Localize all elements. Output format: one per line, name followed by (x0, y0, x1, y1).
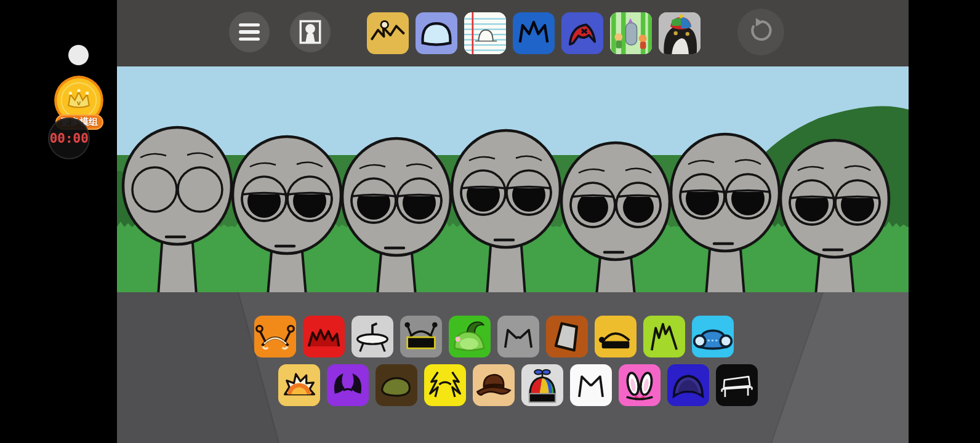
top-icon-gold-crown-antenna[interactable] (367, 12, 409, 54)
tray-icon-cyan-koala[interactable] (692, 316, 734, 357)
lightning_yellow-icon (424, 364, 466, 406)
catears_white-icon (570, 364, 612, 406)
top-icon-blue-crown[interactable] (513, 12, 555, 54)
slab_rust-icon (546, 316, 588, 357)
dome_blue-icon (416, 12, 457, 54)
floating-dot-button[interactable] (68, 45, 89, 65)
scene_green-icon (610, 12, 652, 54)
horns_purple-icon (327, 364, 369, 406)
tray-icon-black-bench[interactable] (716, 364, 758, 406)
mud_olive-icon (376, 364, 417, 406)
svg-text:v: v (77, 99, 81, 106)
tray-icon-gray-visor[interactable] (400, 316, 442, 357)
antennae_orange-icon (254, 316, 296, 357)
koala_cyan-icon (692, 316, 734, 357)
cat_photo-icon (659, 12, 701, 54)
fedora_tan-icon (473, 364, 515, 406)
tray-icon-yellow-lightning[interactable] (424, 364, 466, 406)
bandana-icon (561, 12, 603, 54)
beanie-icon (521, 364, 563, 406)
tray-icon-pink-bunny-ears[interactable] (619, 364, 661, 406)
top-icon-blue-dome[interactable] (416, 12, 457, 54)
melon-icon (449, 316, 491, 357)
stage-floor (117, 292, 909, 443)
bunny_pink-icon (619, 364, 661, 406)
crown_blue-icon (513, 12, 555, 54)
top-icon-cat-beanie-photo[interactable] (659, 12, 701, 54)
tray-icon-tan-fedora[interactable] (473, 364, 515, 406)
left-black-panel: v 更多模组 00:00 (0, 0, 117, 443)
hat_gold-icon (595, 316, 637, 357)
tray-icon-white-cat-ears[interactable] (570, 364, 612, 406)
framed-person-icon (293, 15, 327, 49)
spikes_lime-icon (643, 316, 685, 357)
top-icon-notebook-sketch[interactable] (464, 12, 506, 54)
top-icon-green-scene[interactable] (610, 12, 652, 54)
menu-button[interactable] (229, 12, 270, 52)
crown_zigzag_y-icon (367, 12, 409, 54)
tray-icon-gray-saucer-hat[interactable] (351, 316, 393, 357)
tray-icon-red-spiky-crown[interactable] (303, 316, 345, 357)
notebook-icon (464, 12, 506, 54)
tray-icon-blue-hood[interactable] (667, 364, 709, 406)
sunburst-icon (278, 364, 320, 406)
tray-icon-brown-mud[interactable] (376, 364, 417, 406)
character-frame-button[interactable] (290, 12, 331, 52)
saucer-icon (351, 316, 393, 357)
timer-display: 00:00 (48, 118, 90, 159)
tray-icon-propeller-beanie[interactable] (521, 364, 563, 406)
tray-icon-lime-spikes[interactable] (643, 316, 685, 357)
reset-button[interactable] (737, 9, 784, 55)
tray-icon-orange-antennae[interactable] (254, 316, 296, 357)
tray-icon-gray-cat-ears[interactable] (497, 316, 539, 357)
tray-icon-gold-sunburst[interactable] (278, 364, 320, 406)
stage-scene (117, 66, 909, 292)
hamburger-icon (239, 20, 260, 45)
top-bar (117, 0, 909, 66)
tray-icon-rust-slab[interactable] (546, 316, 588, 357)
bench_white-icon (716, 364, 758, 406)
tray-icon-gold-band-hat[interactable] (595, 316, 637, 357)
visor_gray-icon (400, 316, 442, 357)
game-area (117, 0, 909, 443)
tray-icon-green-melon[interactable] (449, 316, 491, 357)
hood_blue-icon (667, 364, 709, 406)
app-root: v 更多模组 00:00 (0, 0, 980, 443)
catears_gray-icon (497, 316, 539, 357)
spiky_red-icon (303, 316, 345, 357)
refresh-icon (745, 16, 777, 48)
top-icon-red-bandana-x[interactable] (561, 12, 603, 54)
tray-icon-purple-horns[interactable] (327, 364, 369, 406)
